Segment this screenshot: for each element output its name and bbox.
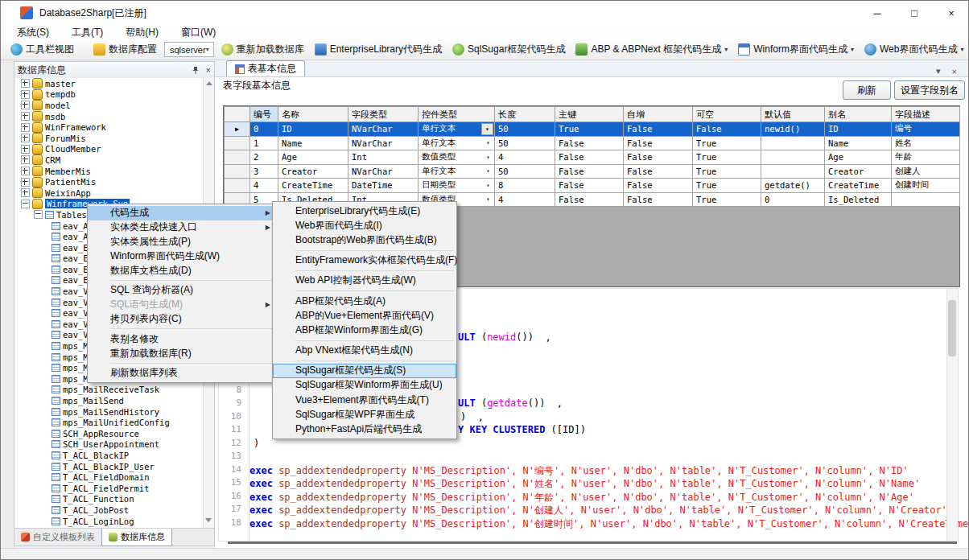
grid-cell[interactable]: NVarChar: [348, 122, 419, 137]
grid-cell[interactable]: [761, 164, 825, 179]
tree-item-table[interactable]: T_ACL_Function: [14, 494, 204, 505]
minimize-button[interactable]: ─: [859, 1, 896, 25]
tree-item-database[interactable]: msdb: [14, 111, 204, 122]
expand-icon[interactable]: [21, 123, 30, 132]
grid-cell[interactable]: [892, 192, 960, 207]
maximize-button[interactable]: □: [896, 1, 933, 25]
toolbar-reload-button[interactable]: 重新加载数据库: [218, 41, 307, 58]
tree-item-database[interactable]: PatientMis: [14, 176, 204, 187]
menu-tools[interactable]: 工具(T): [72, 26, 103, 39]
grid-cell[interactable]: 年龄: [892, 150, 960, 165]
menu-item-db-doc[interactable]: 数据库文档生成(D): [88, 263, 276, 278]
tree-item-table[interactable]: mps_MailSend: [14, 395, 204, 406]
set-field-alias-button[interactable]: 设置字段别名: [894, 80, 965, 100]
dropdown-arrow-icon[interactable]: ▾: [483, 179, 493, 191]
submenu-item-enterpriselibrary[interactable]: EnterpriseLibrary代码生成(E): [273, 204, 456, 218]
menu-item-code-generation[interactable]: 代码生成▶: [88, 206, 276, 220]
row-selector[interactable]: [225, 164, 250, 179]
dropdown-arrow-icon[interactable]: ▾: [483, 166, 493, 178]
submenu-item-vue3-element[interactable]: Vue3+Element界面代码生成(T): [273, 393, 456, 407]
menu-item-copy-list[interactable]: 拷贝列表内容(C): [88, 312, 276, 327]
scrollbar-thumb[interactable]: [948, 300, 956, 356]
grid-cell[interactable]: 2: [250, 150, 278, 165]
code-horizontal-scrollbar[interactable]: [228, 541, 957, 544]
submenu-item-abp-winform[interactable]: ABP框架Winform界面生成(G): [273, 323, 456, 337]
col-header[interactable]: 控件类型: [419, 107, 495, 122]
expand-icon[interactable]: [21, 188, 30, 197]
grid-row[interactable]: 2 Age Int 数值类型▾ 4 False False True Age 年…: [225, 150, 960, 165]
dropdown-arrow-icon[interactable]: ▾: [483, 194, 493, 206]
expand-icon[interactable]: [21, 79, 30, 88]
grid-cell[interactable]: getdate(): [761, 179, 825, 193]
grid-cell[interactable]: 编号: [892, 122, 960, 137]
submenu-item-entityframework[interactable]: EntityFramework实体框架代码生成(F): [273, 253, 456, 268]
chevron-down-icon[interactable]: ▾: [960, 46, 963, 53]
submenu-item-sqlsugar-wpf[interactable]: SqlSugar框架WPF界面生成: [273, 407, 456, 422]
dropdown-arrow-icon[interactable]: ▾: [481, 123, 493, 135]
grid-cell[interactable]: True: [555, 122, 624, 137]
collapse-icon[interactable]: [21, 200, 30, 208]
grid-cell[interactable]: 50: [495, 164, 555, 179]
submenu-item-python-fastapi[interactable]: Python+FastApi后端代码生成: [273, 422, 456, 436]
grid-cell[interactable]: 4: [495, 192, 555, 207]
expand-icon[interactable]: [21, 145, 30, 154]
tree-item-table[interactable]: T_ACL_FieldDomain: [14, 471, 204, 483]
panel-close-icon[interactable]: ×: [206, 65, 211, 75]
grid-cell[interactable]: NVarChar: [348, 164, 419, 179]
tree-item-table[interactable]: T_ACL_FieldPermit: [14, 483, 204, 494]
row-selector[interactable]: [225, 150, 250, 165]
grid-cell[interactable]: False: [624, 136, 693, 150]
database-type-select[interactable]: sqlserver ▾: [164, 42, 214, 57]
grid-cell[interactable]: 姓名: [892, 136, 960, 150]
col-header[interactable]: 字段类型: [348, 107, 419, 122]
col-header[interactable]: 别名: [825, 107, 892, 122]
tree-item-table[interactable]: SCH_UserAppointment: [14, 439, 204, 451]
col-header[interactable]: 名称: [278, 107, 348, 122]
grid-cell[interactable]: 0: [761, 192, 825, 207]
chevron-down-icon[interactable]: ▾: [851, 46, 854, 53]
grid-cell[interactable]: Creator: [278, 164, 348, 179]
tab-custom-templates[interactable]: 自定义模板列表: [14, 529, 101, 546]
grid-cell[interactable]: False: [555, 192, 624, 207]
grid-cell[interactable]: Creator: [825, 164, 892, 179]
grid-cell[interactable]: 1: [250, 136, 278, 150]
grid-cell[interactable]: ID: [278, 122, 348, 137]
tab-database-info[interactable]: 数据库信息: [101, 529, 172, 546]
grid-cell-combo[interactable]: 单行文本▾: [419, 164, 495, 179]
expand-icon[interactable]: [21, 101, 30, 109]
submenu-item-bootstrap-web[interactable]: Bootstrap的Web界面代码生成(B): [273, 233, 456, 247]
grid-cell[interactable]: False: [555, 164, 624, 179]
grid-cell[interactable]: False: [624, 192, 693, 207]
grid-cell[interactable]: Age: [278, 150, 348, 165]
col-header[interactable]: 默认值: [761, 107, 825, 122]
tree-item-table[interactable]: mps_MailReceiveTask: [14, 385, 204, 396]
menu-item-table-alias[interactable]: 表别名修改: [88, 331, 276, 346]
submenu-item-sqlsugar[interactable]: SqlSugar框架代码生成(S): [273, 364, 456, 378]
row-selector[interactable]: [225, 136, 250, 150]
grid-cell[interactable]: False: [555, 179, 624, 193]
toolbar-abp-button[interactable]: ABP & ABPNext 框架代码生成 ▾: [572, 41, 731, 58]
menu-help[interactable]: 帮助(H): [126, 26, 159, 39]
tabstrip-dropdown-icon[interactable]: ▾: [936, 66, 941, 76]
expand-icon[interactable]: [21, 155, 30, 164]
collapse-icon[interactable]: [34, 210, 43, 219]
grid-cell[interactable]: Name: [278, 136, 348, 150]
toolbar-web-button[interactable]: Web界面代码生成 ▾: [861, 41, 967, 58]
expand-icon[interactable]: [21, 90, 30, 99]
tree-item-database[interactable]: WeixinApp: [14, 187, 204, 199]
submenu-item-sqlsugar-winform[interactable]: SqlSugar框架Winform界面生成(U): [273, 378, 456, 393]
grid-cell[interactable]: newid(): [761, 122, 825, 137]
menu-item-reload-db[interactable]: 重新加载数据库(R): [88, 346, 276, 360]
grid-cell[interactable]: ID: [825, 122, 892, 137]
expand-icon[interactable]: [21, 178, 30, 187]
row-selector[interactable]: ▶: [225, 122, 250, 137]
expand-icon[interactable]: [21, 112, 30, 121]
expand-icon[interactable]: [21, 134, 30, 142]
grid-cell[interactable]: [761, 136, 825, 150]
scroll-down-icon[interactable]: [205, 518, 212, 522]
menu-item-winform-codegen[interactable]: Winform界面代码生成(W): [88, 249, 276, 263]
grid-cell[interactable]: 4: [495, 150, 555, 165]
grid-cell[interactable]: CreateTime: [278, 179, 348, 193]
grid-cell[interactable]: 3: [250, 164, 278, 179]
col-header[interactable]: 编号: [250, 107, 278, 122]
